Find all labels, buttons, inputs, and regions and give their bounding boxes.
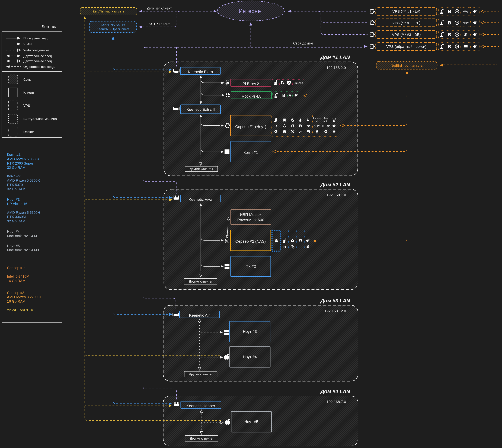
svg-text:Дом #4 LAN: Дом #4 LAN: [320, 389, 350, 394]
svg-text:NetBird частная сеть: NetBird частная сеть: [391, 64, 423, 67]
svg-text:Ноут #3:: Ноут #3:: [7, 198, 21, 202]
svg-text:192.168.2.0: 192.168.2.0: [326, 65, 346, 70]
svg-text:V: V: [289, 93, 291, 97]
svg-text:XRay: XRay: [463, 21, 469, 24]
svg-text:ИБП Mustek: ИБП Mustek: [240, 212, 262, 217]
svg-text:Ноут #5: Ноут #5: [244, 419, 258, 424]
svg-text:HP Victus 16: HP Victus 16: [7, 202, 27, 206]
svg-text:Проводное соед.: Проводное соед.: [23, 37, 48, 40]
svg-text:ZeroTier клиент: ZeroTier клиент: [147, 6, 172, 10]
svg-text:RTX 3060M: RTX 3060M: [7, 215, 26, 219]
svg-text:KeenDNS OpenConect: KeenDNS OpenConect: [97, 27, 129, 31]
svg-text:ПК #2: ПК #2: [245, 264, 256, 269]
svg-text:UpSnap: UpSnap: [293, 81, 303, 84]
svg-text:Keenetic Extra: Keenetic Extra: [188, 70, 213, 74]
svg-text:auth: auth: [324, 120, 328, 123]
svg-text:192.168.1.0: 192.168.1.0: [326, 193, 346, 197]
svg-text:VPS: VPS: [23, 104, 30, 107]
svg-text:SSTP клиент: SSTP клиент: [149, 22, 170, 26]
svg-text:B: B: [281, 80, 284, 85]
svg-text:B: B: [283, 245, 286, 249]
svg-text:RTX 2060 Super: RTX 2060 Super: [7, 161, 33, 165]
svg-text:B: B: [275, 124, 277, 128]
svg-text:Сервер #1:: Сервер #1:: [7, 266, 25, 270]
svg-text:MacBook Pro 14 M3: MacBook Pro 14 M3: [7, 248, 39, 252]
svg-text:192.168.7.0: 192.168.7.0: [326, 400, 346, 404]
svg-text:Свой домен: Свой домен: [293, 41, 313, 45]
svg-text:Другие клиенты: Другие клиенты: [190, 167, 213, 171]
svg-text:192.168.12.0: 192.168.12.0: [324, 309, 346, 313]
svg-text:ZeroTier частная сеть: ZeroTier частная сеть: [93, 10, 124, 13]
svg-text:Сервер #1 (Ноут): Сервер #1 (Ноут): [235, 125, 266, 129]
svg-text:B: B: [448, 44, 451, 49]
svg-text:Комп #1:: Комп #1:: [7, 153, 21, 157]
svg-text:Интернет: Интернет: [239, 8, 263, 14]
svg-text:Intel i5-2410M: Intel i5-2410M: [7, 274, 29, 278]
svg-text:Ноут #3: Ноут #3: [243, 329, 257, 334]
svg-text:AMD Ryzen 5 5700X: AMD Ryzen 5 5700X: [7, 178, 40, 182]
svg-text:Keenetic Extra II: Keenetic Extra II: [186, 107, 215, 112]
svg-text:ML: ML: [315, 120, 319, 123]
svg-text:Комп #1: Комп #1: [243, 150, 258, 155]
svg-text:AMD Ryzen 5 3600X: AMD Ryzen 5 3600X: [7, 157, 40, 161]
svg-text:Двустороннее соед.: Двустороннее соед.: [23, 59, 53, 63]
svg-text:Rock Pi 4A: Rock Pi 4A: [242, 94, 261, 98]
svg-text:Дом #1 LAN: Дом #1 LAN: [320, 54, 350, 60]
svg-text:W: W: [456, 10, 458, 12]
svg-text:Keenetic Hopper: Keenetic Hopper: [186, 404, 215, 408]
svg-text:B: B: [282, 93, 285, 98]
svg-text:Другие клиенты: Другие клиенты: [189, 280, 212, 283]
svg-text:LLDAP: LLDAP: [322, 125, 330, 128]
svg-text:VPS (*** #2 - PL): VPS (*** #2 - PL): [392, 21, 421, 25]
svg-text:AMD Ryzen 3 2200GE: AMD Ryzen 3 2200GE: [7, 295, 43, 299]
svg-text:Другие клиенты: Другие клиенты: [190, 437, 213, 440]
svg-text:16 Gb RAM: 16 Gb RAM: [7, 299, 25, 303]
svg-text:Виртуальная машина: Виртуальная машина: [23, 117, 57, 121]
svg-text:Docker: Docker: [23, 130, 34, 134]
svg-text:Сервер #2:: Сервер #2:: [7, 291, 25, 295]
svg-text:B: B: [448, 9, 451, 14]
svg-text:Ноут #5:: Ноут #5:: [7, 244, 21, 248]
svg-text:2x WD Red 3 Tb: 2x WD Red 3 Tb: [7, 308, 33, 312]
svg-text:VPS (обратный прокси): VPS (обратный прокси): [386, 45, 427, 48]
svg-text:W: W: [456, 22, 458, 24]
svg-text:32 Gb RAM: 32 Gb RAM: [7, 219, 25, 223]
svg-text:W: W: [456, 33, 458, 35]
svg-text:VPS (*** #3 - DE): VPS (*** #3 - DE): [392, 32, 421, 37]
svg-text:P: P: [325, 131, 327, 133]
svg-text:RTX 5070: RTX 5070: [7, 183, 23, 187]
svg-text:AMD Ryzen 5 5600H: AMD Ryzen 5 5600H: [7, 211, 40, 214]
svg-text:Дом #2 LAN: Дом #2 LAN: [320, 182, 350, 187]
svg-text:16 Gb RAM: 16 Gb RAM: [7, 279, 25, 283]
svg-text:VPS (*** #1 - LV): VPS (*** #1 - LV): [392, 9, 420, 13]
svg-text:Двустороннее соед.: Двустороннее соед.: [23, 54, 53, 58]
svg-text:Сеть: Сеть: [23, 78, 31, 81]
svg-text:Другие клиенты: Другие клиенты: [189, 373, 212, 376]
svg-text:VLAN: VLAN: [23, 42, 32, 46]
svg-text:}: }: [301, 130, 302, 133]
svg-text:Immich: Immich: [313, 117, 321, 120]
svg-text:Keenetic Viva: Keenetic Viva: [189, 197, 212, 202]
svg-text:Дом #3 LAN: Дом #3 LAN: [320, 298, 350, 304]
svg-text:Клиент: Клиент: [23, 91, 34, 95]
svg-text:Pi B rev.2: Pi B rev.2: [243, 81, 259, 86]
svg-text:Wi-Fi соединение: Wi-Fi соединение: [23, 48, 49, 52]
svg-text:S: S: [300, 125, 301, 127]
svg-text:MacBook Pro 14 M1: MacBook Pro 14 M1: [7, 234, 39, 238]
svg-text:Комп #2:: Комп #2:: [7, 174, 21, 178]
svg-text:Ноут #4: Ноут #4: [243, 355, 257, 359]
svg-text:B: B: [448, 32, 451, 37]
svg-text:Tiny: Tiny: [324, 117, 328, 120]
svg-text:PowerMust 600: PowerMust 600: [237, 218, 264, 222]
svg-text:CUPS: CUPS: [314, 125, 320, 128]
svg-text:Keenetic Air: Keenetic Air: [189, 313, 210, 318]
svg-text:32 Gb RAM: 32 Gb RAM: [7, 166, 25, 170]
svg-text:KeenDNS SSTP/: KeenDNS SSTP/: [101, 23, 125, 27]
svg-text:B: B: [448, 20, 451, 25]
svg-text:32 Gb RAM: 32 Gb RAM: [7, 187, 25, 191]
svg-text:Ноут #4:: Ноут #4:: [7, 230, 21, 234]
svg-text:Одностороннее соед.: Одностороннее соед.: [23, 65, 55, 69]
svg-text:XRay: XRay: [463, 10, 469, 13]
svg-text:Легенда: Легенда: [42, 24, 58, 29]
svg-text:Сервер #2 (NAS): Сервер #2 (NAS): [235, 239, 266, 243]
